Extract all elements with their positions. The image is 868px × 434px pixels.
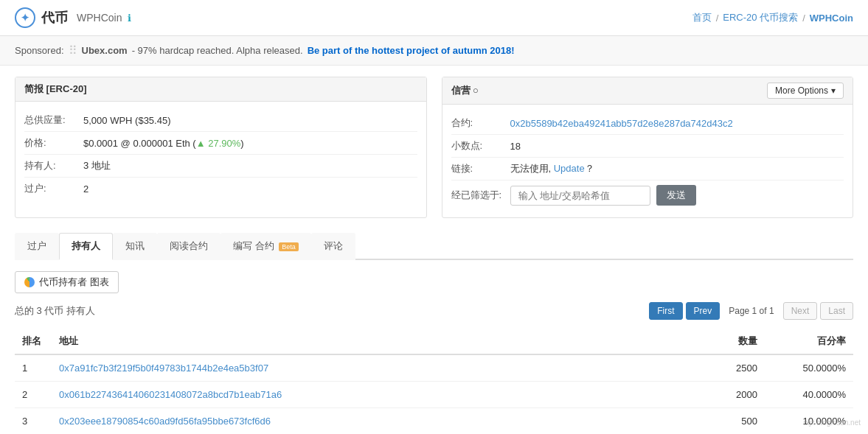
col-address-header: 地址 bbox=[52, 329, 676, 354]
left-panel-title: 简报 [ERC-20] bbox=[24, 83, 87, 96]
col-percentage-header: 百分率 bbox=[765, 329, 853, 354]
decimal-row: 小数点: 18 bbox=[451, 135, 844, 158]
sponsor-logo-icon: ⠿ bbox=[69, 43, 77, 57]
contract-row: 合约: 0x2b5589b42eba49241abb57d2e8e287da74… bbox=[451, 112, 844, 135]
tabs-bar: 过户 持有人 知讯 阅读合约 编写 合约 Beta 评论 bbox=[15, 233, 853, 260]
link-suffix: ？ bbox=[585, 163, 594, 174]
nav-home[interactable]: 首页 bbox=[692, 11, 712, 24]
info-icon[interactable]: ℹ bbox=[128, 13, 131, 24]
more-options-label: More Options bbox=[775, 85, 828, 96]
price-row: 价格: $0.0001 @ 0.000001 Eth (▲ 27.90%) bbox=[24, 132, 417, 155]
logo-icon: ✦ bbox=[15, 7, 35, 28]
tab-comments[interactable]: 评论 bbox=[311, 233, 355, 260]
address-cell-3: 0x203eee18790854c60ad9fd56fa95bbe673fcf6… bbox=[52, 408, 676, 435]
quantity-3: 500 bbox=[676, 408, 765, 435]
holders-label: 持有人: bbox=[24, 159, 83, 172]
beta-badge: Beta bbox=[279, 242, 299, 251]
address-filter-input[interactable] bbox=[510, 186, 650, 206]
update-link[interactable]: Update bbox=[554, 163, 585, 174]
right-panel-title: 信营 ○ bbox=[451, 84, 479, 97]
transfers-value: 2 bbox=[83, 183, 88, 195]
last-page-button[interactable]: Last bbox=[820, 302, 853, 320]
percentage-2: 40.0000% bbox=[765, 382, 853, 408]
sponsor-description: - 97% hardcap reached. Alpha released. bbox=[132, 45, 303, 56]
address-link-1[interactable]: 0x7a91fc7b3f219f5b0f49783b1744b2e4ea5b3f… bbox=[59, 363, 268, 374]
supply-value: 5,000 WPH ($35.45) bbox=[83, 115, 171, 126]
decimal-label: 小数点: bbox=[451, 139, 510, 153]
price-change: ▲ 27.90% bbox=[196, 138, 241, 149]
svg-text:✦: ✦ bbox=[21, 12, 29, 24]
page-info: Page 1 of 1 bbox=[723, 303, 780, 319]
header-nav: 首页 / ERC-20 代币搜索 / WPHCoin bbox=[692, 11, 853, 24]
app-logo-text: 代币 bbox=[41, 9, 68, 27]
sponsor-cta[interactable]: Be part of the hottest project of autumn… bbox=[308, 45, 515, 56]
tab-write-contract[interactable]: 编写 合约 Beta bbox=[221, 233, 311, 260]
quantity-2: 2000 bbox=[676, 382, 765, 408]
token-holder-chart-button[interactable]: 代币持有者 图表 bbox=[15, 271, 119, 293]
contract-value: 0x2b5589b42eba49241abb57d2e8e287da742d43… bbox=[510, 118, 733, 129]
rank-1: 1 bbox=[15, 354, 52, 382]
prev-page-button[interactable]: Prev bbox=[686, 302, 721, 320]
nav-erc20[interactable]: ERC-20 代币搜索 bbox=[723, 11, 798, 24]
holders-row: 持有人: 3 地址 bbox=[24, 155, 417, 178]
table-header: 排名 地址 数量 百分率 bbox=[15, 329, 853, 354]
header-left: ✦ 代币 WPHCoin ℹ bbox=[15, 7, 131, 28]
col-quantity-header: 数量 bbox=[676, 329, 765, 354]
pagination: First Prev Page 1 of 1 Next Last bbox=[649, 302, 853, 320]
supply-label: 总供应量: bbox=[24, 113, 83, 127]
sponsor-name: Ubex.com bbox=[82, 45, 128, 56]
more-options-button[interactable]: More Options ▾ bbox=[767, 83, 844, 99]
app-name: WPHCoin bbox=[77, 12, 122, 24]
contract-address-link[interactable]: 0x2b5589b42eba49241abb57d2e8e287da742d43… bbox=[510, 118, 733, 129]
rank-3: 3 bbox=[15, 408, 52, 435]
tab-transfers[interactable]: 过户 bbox=[15, 233, 59, 260]
holders-table: 排名 地址 数量 百分率 1 0x7a91fc7b3f219f5b0f49783… bbox=[15, 329, 853, 434]
tab-read-contract[interactable]: 阅读合约 bbox=[157, 233, 221, 260]
tab-news[interactable]: 知讯 bbox=[113, 233, 157, 260]
supply-row: 总供应量: 5,000 WPH ($35.45) bbox=[24, 109, 417, 132]
price-label: 价格: bbox=[24, 136, 83, 150]
right-panel-body: 合约: 0x2b5589b42eba49241abb57d2e8e287da74… bbox=[442, 105, 853, 217]
nav-separator-2: / bbox=[802, 13, 805, 24]
holders-value: 3 地址 bbox=[83, 159, 111, 172]
link-row: 链接: 无法使用, Update？ bbox=[451, 158, 844, 181]
filter-label: 经已筛选于: bbox=[451, 189, 510, 202]
main-content: 简报 [ERC-20] 总供应量: 5,000 WPH ($35.45) 价格:… bbox=[0, 66, 868, 434]
filter-submit-button[interactable]: 发送 bbox=[656, 185, 696, 206]
percentage-1: 50.0000% bbox=[765, 354, 853, 382]
transfers-row: 过户: 2 bbox=[24, 178, 417, 200]
chart-btn-label: 代币持有者 图表 bbox=[39, 276, 109, 289]
filter-row: 经已筛选于: 发送 bbox=[451, 181, 844, 210]
chevron-down-icon: ▾ bbox=[831, 85, 836, 96]
link-value: 无法使用, Update？ bbox=[510, 162, 594, 175]
nav-current: WPHCoin bbox=[810, 13, 853, 24]
chart-dot-icon bbox=[24, 277, 35, 287]
next-page-button[interactable]: Next bbox=[783, 302, 818, 320]
right-panel-header: 信营 ○ More Options ▾ bbox=[442, 77, 853, 105]
table-body: 1 0x7a91fc7b3f219f5b0f49783b1744b2e4ea5b… bbox=[15, 354, 853, 434]
decimal-value: 18 bbox=[510, 141, 521, 152]
left-panel-body: 总供应量: 5,000 WPH ($35.45) 价格: $0.0001 @ 0… bbox=[15, 102, 426, 207]
sponsored-bar: Sponsored: ⠿ Ubex.com - 97% hardcap reac… bbox=[0, 36, 868, 66]
address-cell-1: 0x7a91fc7b3f219f5b0f49783b1744b2e4ea5b3f… bbox=[52, 354, 676, 382]
price-value: $0.0001 @ 0.000001 Eth (▲ 27.90%) bbox=[83, 138, 244, 149]
info-section: 简报 [ERC-20] 总供应量: 5,000 WPH ($35.45) 价格:… bbox=[15, 77, 853, 218]
left-panel-header: 简报 [ERC-20] bbox=[15, 77, 426, 102]
table-row: 2 0x061b227436414060231408072a8bcd7b1eab… bbox=[15, 382, 853, 408]
first-page-button[interactable]: First bbox=[649, 302, 682, 320]
quantity-1: 2500 bbox=[676, 354, 765, 382]
pagination-row: 总的 3 代币 持有人 First Prev Page 1 of 1 Next … bbox=[15, 302, 853, 320]
address-cell-2: 0x061b227436414060231408072a8bcd7b1eab71… bbox=[52, 382, 676, 408]
watermark: rxjx blog.csdn.net bbox=[803, 419, 861, 427]
tab-holders[interactable]: 持有人 bbox=[59, 233, 113, 260]
transfers-label: 过户: bbox=[24, 182, 83, 195]
contract-label: 合约: bbox=[451, 116, 510, 130]
link-label: 链接: bbox=[451, 162, 510, 175]
address-link-2[interactable]: 0x061b227436414060231408072a8bcd7b1eab71… bbox=[59, 389, 282, 400]
filter-input-group: 发送 bbox=[510, 185, 696, 206]
link-unavailable: 无法使用, bbox=[510, 163, 554, 174]
col-rank-header: 排名 bbox=[15, 329, 52, 354]
table-row: 3 0x203eee18790854c60ad9fd56fa95bbe673fc… bbox=[15, 408, 853, 435]
address-link-3[interactable]: 0x203eee18790854c60ad9fd56fa95bbe673fcf6… bbox=[59, 416, 271, 427]
chart-section: 代币持有者 图表 bbox=[15, 271, 853, 293]
